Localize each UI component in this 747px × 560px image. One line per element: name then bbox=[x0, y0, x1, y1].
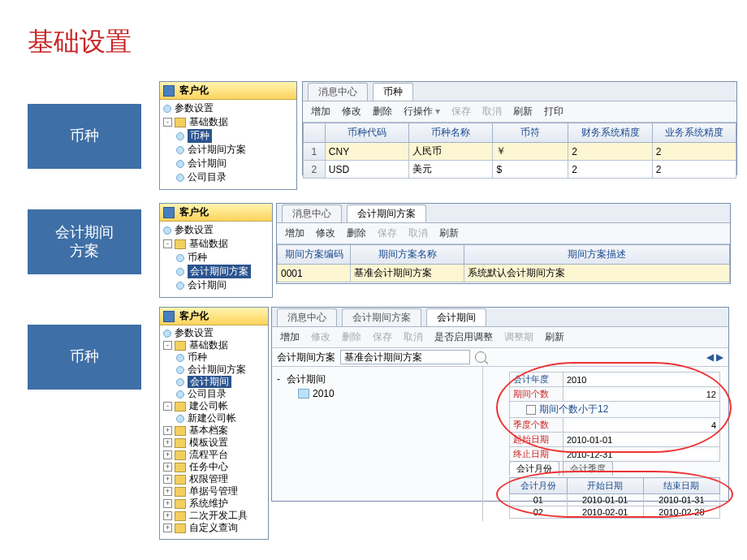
tb-edit[interactable]: 修改 bbox=[342, 105, 361, 118]
tab-month[interactable]: 会计月份 bbox=[509, 461, 559, 476]
checkbox[interactable] bbox=[526, 405, 536, 415]
plan-label: 会计期间方案 bbox=[277, 351, 335, 364]
side-btn-currency[interactable]: 币种 bbox=[28, 104, 141, 169]
end-date-input[interactable] bbox=[567, 450, 716, 459]
tb-edit[interactable]: 修改 bbox=[316, 226, 335, 240]
tb-del[interactable]: 删除 bbox=[373, 105, 392, 118]
tree-item-period-plan[interactable]: 会计期间方案 bbox=[188, 143, 246, 157]
plan-input[interactable] bbox=[340, 350, 470, 364]
tree-item-base[interactable]: 基础数据 bbox=[189, 237, 228, 251]
grid-icon bbox=[163, 311, 175, 322]
table-row[interactable]: 012010-01-012010-01-31 bbox=[510, 494, 720, 506]
tb-adjust[interactable]: 调整期 bbox=[504, 330, 533, 344]
main-panel-3: 消息中心 会计期间方案 会计期间 增加 修改 删除 保存 取消 是否启用调整 调… bbox=[271, 307, 729, 502]
tab-msg[interactable]: 消息中心 bbox=[282, 205, 342, 222]
tb-add[interactable]: 增加 bbox=[311, 105, 330, 118]
tree-panel-3: 客户化 参数设置 -基础数据 币种 会计期间方案 会计期间 公司目录 -建公司帐… bbox=[159, 307, 269, 540]
tab-msg[interactable]: 消息中心 bbox=[277, 308, 337, 326]
side-btn-currency-2[interactable]: 币种 bbox=[28, 325, 141, 390]
grid-icon bbox=[163, 207, 175, 218]
table-row[interactable]: 2USD美元$22 bbox=[304, 161, 736, 179]
tree-item-base[interactable]: 基础数据 bbox=[189, 115, 228, 129]
tree-item-param[interactable]: 参数设置 bbox=[175, 101, 214, 115]
tb-save[interactable]: 保存 bbox=[373, 330, 392, 344]
period-form: 会计年度 期间个数 期间个数小于12 季度个数 起始日期 终止日期 bbox=[509, 372, 720, 462]
col-fin[interactable]: 财务系统精度 bbox=[568, 123, 652, 143]
toolbar-1: 增加 修改 删除 行操作 ▾ 保存 取消 刷新 打印 bbox=[303, 101, 736, 123]
period-tree[interactable]: -会计期间 2010 bbox=[272, 367, 483, 521]
tree-item-param[interactable]: 参数设置 bbox=[175, 223, 214, 237]
tb-del[interactable]: 删除 bbox=[347, 226, 366, 240]
tree-1[interactable]: 参数设置 -基础数据 币种 会计期间方案 会计期间 公司目录 bbox=[160, 100, 296, 189]
tb-op[interactable]: 行操作 ▾ bbox=[404, 105, 440, 118]
page-title: 基础设置 bbox=[28, 24, 132, 60]
main-panel-2: 消息中心 会计期间方案 增加 修改 删除 保存 取消 刷新 期间方案编码 期间方… bbox=[276, 203, 731, 284]
tb-save[interactable]: 保存 bbox=[451, 105, 471, 118]
search-icon[interactable] bbox=[475, 351, 486, 363]
year-input[interactable] bbox=[567, 375, 716, 385]
tb-add[interactable]: 增加 bbox=[280, 330, 300, 344]
tb-refresh[interactable]: 刷新 bbox=[545, 330, 564, 344]
tb-refresh[interactable]: 刷新 bbox=[513, 105, 533, 118]
node-icon bbox=[176, 132, 184, 140]
tab-quarter[interactable]: 会计季度 bbox=[563, 461, 613, 476]
node-icon bbox=[176, 174, 184, 182]
pager[interactable]: ◀ ▶ bbox=[706, 351, 723, 363]
tree-item-currency[interactable]: 币种 bbox=[188, 129, 212, 143]
tb-save[interactable]: 保存 bbox=[378, 226, 397, 240]
collapse-icon[interactable]: - bbox=[163, 118, 172, 127]
plan-grid: 期间方案编码 期间方案名称 期间方案描述 0001基准会计期间方案系统默认会计期… bbox=[277, 244, 730, 282]
tb-del[interactable]: 删除 bbox=[342, 330, 361, 344]
tb-cancel[interactable]: 取消 bbox=[408, 226, 428, 240]
tree-item-period[interactable]: 会计期间 bbox=[188, 278, 227, 292]
tb-add[interactable]: 增加 bbox=[285, 226, 304, 240]
side-btn-period-plan[interactable]: 会计期间 方案 bbox=[28, 209, 141, 274]
node-icon bbox=[163, 105, 171, 113]
tree-3[interactable]: 参数设置 -基础数据 币种 会计期间方案 会计期间 公司目录 -建公司帐 新建公… bbox=[160, 325, 268, 539]
col-plan-desc[interactable]: 期间方案描述 bbox=[464, 245, 730, 265]
tab-plan[interactable]: 会计期间方案 bbox=[347, 205, 426, 222]
tb-cancel[interactable]: 取消 bbox=[404, 330, 423, 344]
node-icon bbox=[176, 160, 184, 168]
tb-edit[interactable]: 修改 bbox=[311, 330, 330, 344]
tab-msg[interactable]: 消息中心 bbox=[308, 83, 368, 101]
tree-header: 客户化 bbox=[160, 82, 296, 100]
folder-icon bbox=[175, 118, 186, 127]
start-date-input[interactable] bbox=[567, 435, 716, 445]
tree-item-period-plan[interactable]: 会计期间方案 bbox=[188, 265, 251, 278]
table-row[interactable]: 0001基准会计期间方案系统默认会计期间方案 bbox=[278, 265, 730, 282]
col-plan-name[interactable]: 期间方案名称 bbox=[351, 245, 464, 265]
chevron-down-icon: ▾ bbox=[435, 106, 440, 117]
month-grid: 会计月份开始日期结束日期 012010-01-012010-01-31 0220… bbox=[509, 477, 720, 519]
col-name[interactable]: 币种名称 bbox=[409, 123, 493, 143]
tree-item-company[interactable]: 公司目录 bbox=[188, 170, 227, 184]
table-row[interactable]: 022010-02-012010-02-28 bbox=[510, 506, 720, 519]
tb-enable[interactable]: 是否启用调整 bbox=[434, 330, 493, 344]
tb-refresh[interactable]: 刷新 bbox=[439, 226, 459, 240]
count-input[interactable] bbox=[567, 390, 716, 399]
tab-currency[interactable]: 币种 bbox=[373, 83, 413, 101]
tree-2[interactable]: 参数设置 -基础数据 币种 会计期间方案 会计期间 bbox=[160, 222, 272, 297]
table-row[interactable]: 1CNY人民币￥22 bbox=[304, 143, 736, 161]
tree-item-period[interactable]: 会计期间 bbox=[188, 157, 227, 170]
col-plan-code[interactable]: 期间方案编码 bbox=[278, 245, 351, 265]
file-icon bbox=[298, 389, 309, 398]
col-code[interactable]: 币种代码 bbox=[325, 123, 408, 143]
currency-grid: 币种代码 币种名称 币符 财务系统精度 业务系统精度 1CNY人民币￥22 2U… bbox=[303, 123, 736, 179]
tree-panel-1: 客户化 参数设置 -基础数据 币种 会计期间方案 会计期间 公司目录 bbox=[159, 81, 297, 190]
quarter-input[interactable] bbox=[567, 420, 716, 430]
tb-cancel[interactable]: 取消 bbox=[482, 105, 502, 118]
tb-print[interactable]: 打印 bbox=[544, 105, 563, 118]
node-icon bbox=[176, 146, 184, 154]
tree-item-currency[interactable]: 币种 bbox=[188, 251, 207, 265]
main-panel-1: 消息中心 币种 增加 修改 删除 行操作 ▾ 保存 取消 刷新 打印 币种代码 … bbox=[302, 81, 737, 175]
col-biz[interactable]: 业务系统精度 bbox=[652, 123, 736, 143]
year-node[interactable]: 2010 bbox=[313, 386, 335, 401]
tree-panel-2: 客户化 参数设置 -基础数据 币种 会计期间方案 会计期间 bbox=[159, 203, 273, 298]
tab-plan[interactable]: 会计期间方案 bbox=[342, 308, 421, 326]
grid-icon bbox=[163, 85, 175, 97]
col-sym[interactable]: 币符 bbox=[493, 123, 568, 143]
tab-period[interactable]: 会计期间 bbox=[426, 308, 486, 326]
